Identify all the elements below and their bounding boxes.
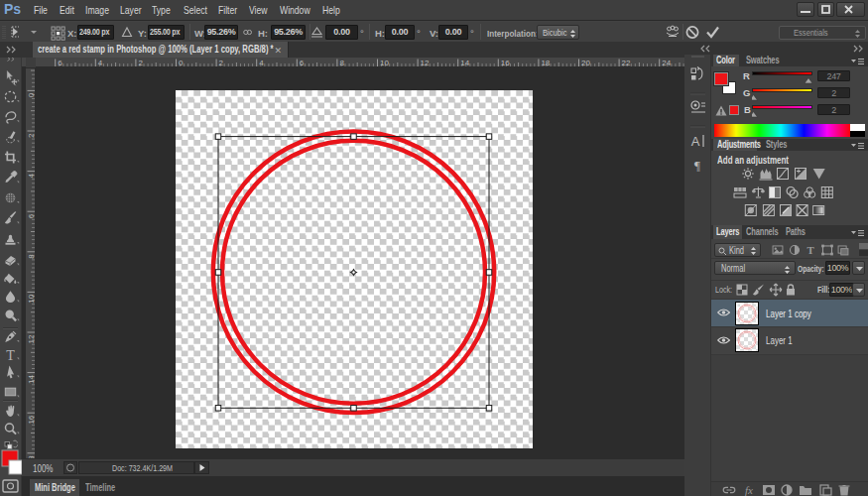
svg-text:12: 12	[27, 334, 36, 343]
svg-text:2: 2	[138, 59, 143, 67]
svg-text:16: 16	[27, 415, 36, 424]
svg-text:14: 14	[27, 375, 36, 384]
svg-text:10: 10	[27, 294, 36, 303]
svg-text:16: 16	[501, 59, 510, 67]
svg-text:4: 4	[259, 59, 264, 67]
svg-text:2: 2	[219, 59, 224, 67]
svg-text:12: 12	[421, 59, 430, 67]
svg-text:20: 20	[581, 59, 590, 67]
svg-text:24: 24	[662, 59, 671, 67]
svg-text:A: A	[691, 134, 700, 149]
svg-text:18: 18	[27, 455, 36, 458]
svg-text:0: 0	[179, 59, 184, 67]
svg-text:fx: fx	[745, 484, 753, 496]
svg-text:T: T	[806, 244, 814, 256]
svg-text:T: T	[6, 348, 15, 363]
svg-text:¶: ¶	[694, 158, 700, 173]
svg-text:0: 0	[27, 92, 36, 97]
svg-text:2: 2	[27, 133, 36, 138]
svg-text:22: 22	[622, 59, 631, 67]
svg-text:10: 10	[380, 59, 389, 67]
svg-text:4: 4	[27, 174, 36, 179]
svg-text:14: 14	[460, 59, 469, 67]
svg-text:8: 8	[339, 59, 344, 67]
svg-text:6: 6	[300, 59, 305, 67]
svg-text:18: 18	[541, 59, 550, 67]
svg-text:6: 6	[58, 59, 62, 67]
svg-text:4: 4	[98, 59, 103, 67]
svg-text:6: 6	[27, 213, 36, 218]
svg-text:8: 8	[27, 254, 36, 259]
